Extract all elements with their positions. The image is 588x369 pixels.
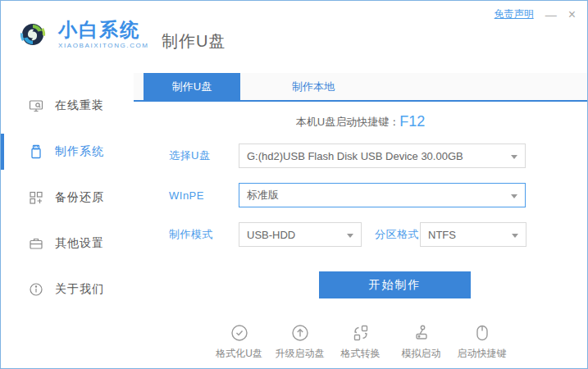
start-make-button[interactable]: 开始制作 [319,271,471,298]
tab-make-usb[interactable]: 制作U盘 [144,73,240,100]
upgrade-arrow-icon [290,321,310,343]
winpe-select-dropdown[interactable]: 标准版 [239,183,526,207]
main-content: 制作U盘 制作本地 本机U盘启动快捷键：F12 选择U盘 G:(hd2)USB … [134,73,587,369]
joystick-icon [412,321,431,343]
sidebar-item-other-settings[interactable]: 其他设置 [1,221,134,266]
active-indicator-bar [1,134,4,170]
window-controls: 免责声明 — × [495,7,576,21]
winpe-select-label: WInPE [169,189,239,202]
tool-simulate-boot[interactable]: 模拟启动 [395,321,448,361]
briefcase-settings-icon [29,236,43,251]
usb-select-value: G:(hd2)USB Flash Disk USB Device 30.00GB [247,150,463,162]
brand-name: 小白系统 [58,20,149,40]
mode-select-label: 制作模式 [169,227,239,242]
tool-label: 格式化U盘 [216,347,262,361]
mouse-icon [472,321,492,343]
sidebar-item-label: 制作系统 [55,144,104,159]
make-usb-form: 选择U盘 G:(hd2)USB Flash Disk USB Device 30… [169,144,587,298]
tool-label: 模拟启动 [402,347,441,361]
brand-swirl-icon [14,16,52,53]
app-window: 小白系统 XIAOBAIXITONG.COM 制作U盘 免责声明 — × [0,0,588,369]
header: 小白系统 XIAOBAIXITONG.COM 制作U盘 免责声明 — × [1,1,587,73]
mode-select-value: USB-HDD [247,229,295,241]
mode-partition-row: 制作模式 USB-HDD 分区格式 NTFS [169,222,587,247]
sidebar-item-label: 在线重装 [55,98,104,113]
chevron-down-icon [512,234,518,238]
format-check-icon [230,321,249,343]
winpe-select-value: 标准版 [247,188,279,203]
sidebar-item-backup-restore[interactable]: 备份还原 [1,175,134,221]
brand-text: 小白系统 XIAOBAIXITONG.COM [58,20,149,48]
sidebar-item-label: 其他设置 [55,236,104,251]
chevron-down-icon [511,155,517,159]
winpe-select-row: WInPE 标准版 [169,183,587,207]
tab-bar: 制作U盘 制作本地 [134,73,587,102]
usb-select-label: 选择U盘 [169,148,239,163]
logo: 小白系统 XIAOBAIXITONG.COM [14,16,149,53]
usb-select-row: 选择U盘 G:(hd2)USB Flash Disk USB Device 30… [169,144,587,168]
tool-format-usb[interactable]: 格式化U盘 [213,321,266,361]
sidebar-item-label: 关于我们 [55,282,104,297]
convert-icon [351,321,371,343]
boot-hotkey-label: 本机U盘启动快捷键： [296,116,399,128]
backup-grid-icon [29,190,43,205]
partition-select-dropdown[interactable]: NTFS [420,222,526,247]
sidebar-item-online-reinstall[interactable]: 在线重装 [1,83,134,129]
tool-label: 升级启动盘 [276,347,325,361]
partition-select-label: 分区格式 [375,227,420,242]
partition-select-value: NTFS [428,229,456,241]
boot-hotkey-value: F12 [399,113,425,130]
sidebar: 在线重装 制作系统 [1,73,134,369]
boot-hotkey-line: 本机U盘启动快捷键：F12 [134,113,587,130]
chevron-down-icon [347,234,353,238]
usb-make-icon [29,144,43,159]
tool-boot-hotkeys[interactable]: 启动快捷键 [456,321,508,361]
close-button[interactable]: × [568,9,576,20]
disclaimer-link[interactable]: 免责声明 [495,7,534,21]
info-icon [29,282,43,297]
sidebar-item-label: 备份还原 [55,190,104,205]
chevron-down-icon [511,194,517,198]
tool-label: 启动快捷键 [458,347,507,361]
tool-label: 格式转换 [341,347,381,361]
page-title: 制作U盘 [162,30,226,52]
monitor-reinstall-icon [29,98,43,113]
tool-format-convert[interactable]: 格式转换 [335,321,387,361]
sidebar-item-make-system[interactable]: 制作系统 [1,129,134,175]
usb-select-dropdown[interactable]: G:(hd2)USB Flash Disk USB Device 30.00GB [239,144,526,168]
sidebar-item-about-us[interactable]: 关于我们 [1,266,134,312]
footer-tools: 格式化U盘 升级启动盘 [134,321,587,361]
brand-domain: XIAOBAIXITONG.COM [58,42,149,49]
minimize-button[interactable]: — [545,9,557,20]
tab-make-local[interactable]: 制作本地 [265,73,362,100]
tool-upgrade-boot-disk[interactable]: 升级启动盘 [274,321,326,361]
mode-select-dropdown[interactable]: USB-HDD [239,222,362,247]
